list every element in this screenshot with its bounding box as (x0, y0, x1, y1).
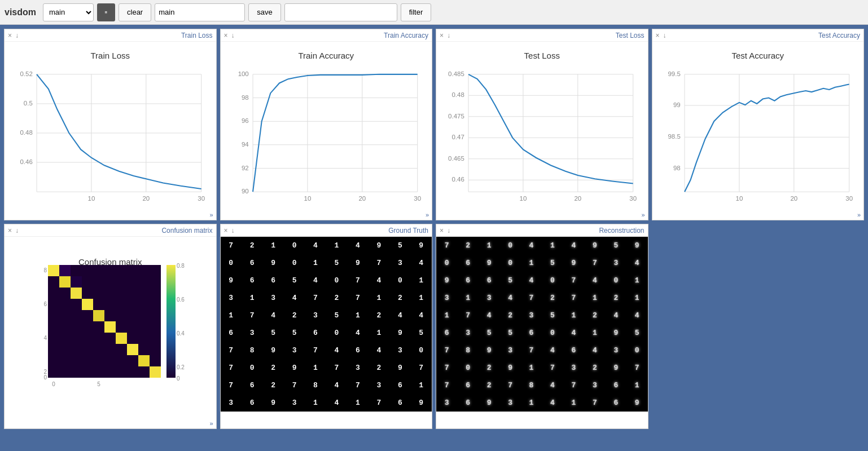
chart-svg-train-loss: 0.52 0.5 0.48 0.46 10 20 30 (9, 63, 212, 204)
close-icon-test-loss[interactable]: × (440, 32, 444, 39)
reconstruction-digit: 1 (626, 272, 647, 289)
ground-truth-digit: 8 (305, 377, 326, 394)
reconstruction-digit: 0 (542, 324, 563, 342)
ground-truth-digit: 0 (284, 237, 305, 254)
svg-text:0.485: 0.485 (448, 70, 464, 77)
main-input[interactable] (155, 3, 245, 21)
reconstruction-digit: 3 (479, 289, 499, 307)
collapse-icon-test-loss[interactable]: ↓ (447, 32, 450, 39)
ground-truth-digit: 9 (411, 394, 432, 412)
collapse-icon-train-acc[interactable]: ↓ (231, 32, 235, 39)
ground-truth-digit: 0 (326, 272, 347, 289)
ground-truth-digit: 4 (284, 289, 305, 307)
svg-text:0.47: 0.47 (451, 134, 464, 140)
ground-truth-digit: 1 (347, 394, 368, 412)
collapse-icon-confusion[interactable]: ↓ (15, 227, 19, 235)
svg-text:20: 20 (574, 195, 581, 202)
close-icon[interactable]: × (8, 32, 12, 39)
expand-icon-confusion[interactable]: » (209, 420, 213, 427)
ground-truth-digit: 6 (389, 377, 410, 394)
expand-icon-test-loss[interactable]: » (641, 211, 645, 218)
close-icon-confusion[interactable]: × (8, 227, 12, 235)
ground-truth-digit: 6 (242, 377, 262, 394)
svg-text:20: 20 (142, 195, 150, 202)
svg-text:30: 30 (845, 195, 853, 202)
reconstruction-digit: 9 (626, 237, 647, 254)
ground-truth-digit: 5 (262, 324, 283, 342)
confusion-matrix-svg: 8 6 4 2 0 0 5 0.8 (31, 259, 189, 423)
expand-icon-test-accuracy[interactable]: » (857, 211, 861, 218)
panel-title-test-loss: Test Loss (616, 32, 645, 39)
expand-icon-train-accuracy[interactable]: » (426, 211, 429, 218)
reconstruction-digit: 2 (584, 359, 605, 377)
close-icon-train-acc[interactable]: × (224, 32, 228, 39)
panel-train-accuracy: × ↓ Train Accuracy Train Accuracy 100 98… (220, 29, 433, 220)
ground-truth-digit: 2 (284, 307, 305, 324)
grid-button[interactable] (97, 3, 115, 21)
reconstruction-digit: 4 (542, 342, 563, 359)
panel-ground-truth: × ↓ Ground Truth 72104149590690159734966… (220, 224, 433, 429)
ground-truth-digit: 3 (389, 254, 410, 272)
reconstruction-digit: 3 (499, 342, 520, 359)
ground-truth-digit: 4 (411, 254, 432, 272)
clear-button[interactable]: clear (119, 3, 151, 21)
reconstruction-digit: 4 (521, 272, 542, 289)
env-select[interactable]: main (43, 3, 94, 21)
reconstruction-grid: 7210414959069015973496654074013134727121… (436, 237, 648, 412)
reconstruction-digit: 9 (479, 342, 499, 359)
panel-train-loss: × ↓ Train Loss Train Loss 0.52 0.5 (4, 29, 217, 220)
ground-truth-digit: 7 (305, 342, 326, 359)
close-icon-test-acc[interactable]: × (656, 32, 660, 39)
chart-title-train-accuracy: Train Accuracy (225, 46, 428, 60)
reconstruction-digit: 3 (563, 359, 584, 377)
ground-truth-digit: 1 (305, 254, 326, 272)
svg-text:10: 10 (735, 195, 743, 202)
expand-icon-train-loss[interactable]: » (209, 211, 213, 218)
close-icon-reconstruction[interactable]: × (440, 227, 444, 235)
svg-text:98: 98 (242, 94, 249, 101)
reconstruction-digit: 5 (479, 324, 499, 342)
reconstruction-digit: 7 (499, 377, 520, 394)
panel-title-train-accuracy: Train Accuracy (384, 32, 428, 39)
ground-truth-digit: 1 (242, 289, 262, 307)
ground-truth-digit: 3 (221, 394, 242, 412)
expand-icon-reconstruction[interactable]: » (641, 420, 645, 427)
ground-truth-digit: 1 (326, 237, 347, 254)
reconstruction-digit: 9 (479, 254, 499, 272)
chart-svg-test-accuracy: 99.5 99 98.5 98 10 20 30 (657, 63, 860, 204)
svg-text:0.5: 0.5 (24, 100, 33, 107)
chart-title-confusion: Confusion matrix (5, 253, 216, 267)
reconstruction-digit: 4 (542, 377, 563, 394)
reconstruction-digit: 9 (584, 237, 605, 254)
panel-controls-ground-truth: × ↓ (224, 227, 235, 235)
search-input[interactable] (284, 3, 397, 21)
panel-controls-confusion: × ↓ (8, 227, 19, 235)
panel-title-confusion: Confusion matrix (161, 227, 212, 235)
reconstruction-digit: 3 (457, 324, 478, 342)
ground-truth-digit: 2 (369, 359, 389, 377)
reconstruction-digit: 7 (584, 394, 605, 412)
collapse-icon-test-acc[interactable]: ↓ (663, 32, 667, 39)
save-button[interactable]: save (248, 3, 280, 21)
reconstruction-digit: 1 (563, 394, 584, 412)
collapse-icon-ground-truth[interactable]: ↓ (231, 227, 235, 235)
panel-controls-test-loss: × ↓ (440, 32, 450, 39)
collapse-icon[interactable]: ↓ (15, 32, 19, 39)
ground-truth-digit: 0 (326, 324, 347, 342)
collapse-icon-reconstruction[interactable]: ↓ (447, 227, 450, 235)
panel-body-ground-truth: 7210414959069015973496654074013134727121… (221, 237, 432, 412)
svg-rect-0 (105, 11, 106, 12)
svg-rect-85 (150, 366, 161, 378)
expand-icon-ground-truth[interactable]: » (426, 420, 429, 427)
reconstruction-digit: 6 (457, 377, 478, 394)
filter-button[interactable]: filter (401, 3, 432, 21)
ground-truth-digit: 7 (221, 377, 242, 394)
svg-text:20: 20 (358, 195, 366, 202)
svg-text:0.465: 0.465 (448, 155, 464, 162)
close-icon-ground-truth[interactable]: × (224, 227, 228, 235)
svg-text:0.2: 0.2 (177, 364, 185, 370)
ground-truth-digit: 2 (262, 359, 283, 377)
svg-rect-83 (127, 344, 138, 355)
reconstruction-digit: 1 (521, 359, 542, 377)
brand-label: visdom (5, 7, 36, 17)
